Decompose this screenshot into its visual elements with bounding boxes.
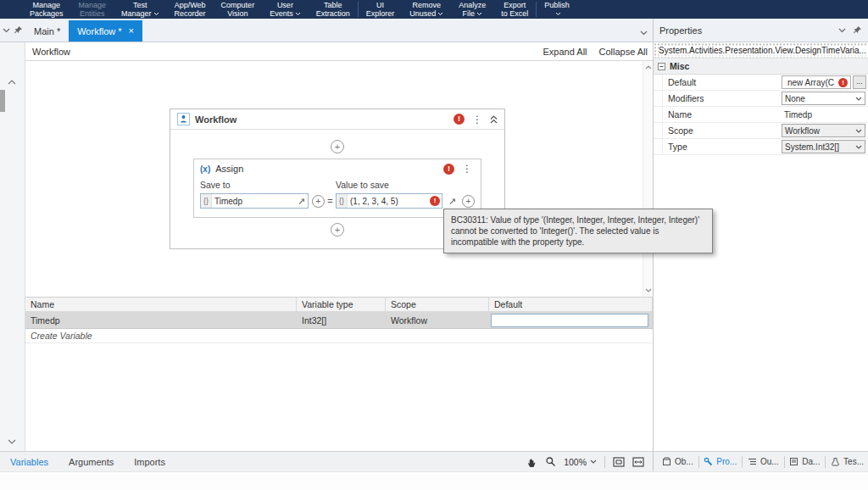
expression-braces-icon: {} (337, 194, 348, 208)
variable-default-cell (489, 314, 653, 327)
ribbon-item-remove-unused[interactable]: Remove Unused (402, 0, 451, 19)
collapse-all-button[interactable]: Collapse All (599, 47, 648, 57)
browse-button[interactable]: ... (853, 75, 866, 89)
scope-dropdown[interactable]: Workflow (782, 124, 865, 137)
designer-canvas[interactable]: Workflow ! ⋮ + (x) Assign ! ⋮ Save (25, 61, 643, 297)
scroll-down-icon[interactable] (645, 288, 652, 292)
modifiers-dropdown[interactable]: None (782, 92, 865, 105)
wrench-icon (704, 457, 713, 466)
activity-menu-icon[interactable]: ⋮ (459, 163, 475, 175)
tab-properties[interactable]: Pro... (698, 457, 742, 466)
zoom-level-dropdown[interactable]: 100% (564, 457, 597, 467)
ribbon-item-analyze-file[interactable]: Analyze File (451, 0, 493, 19)
column-header-default[interactable]: Default (489, 298, 653, 311)
property-row-scope: Scope Workflow (654, 123, 868, 139)
tab-data-manager[interactable]: Da... (784, 457, 825, 466)
document-tabstrip: Main * Workflow * × (0, 19, 653, 42)
tab-object-repository[interactable]: Ob... (657, 457, 698, 466)
default-value-input[interactable] (491, 314, 648, 327)
designer-bottom-bar: Variables Arguments Imports 100% (0, 451, 653, 471)
assign-header[interactable]: (x) Assign ! ⋮ (194, 159, 481, 178)
expression-braces-icon: {} (201, 194, 212, 208)
activity-menu-icon[interactable]: ⋮ (470, 114, 485, 125)
ribbon-item-manage-entities: Manage Entities (71, 0, 114, 19)
tab-arguments[interactable]: Arguments (58, 457, 124, 467)
type-dropdown[interactable]: System.Int32[] (782, 140, 865, 153)
column-header-variable-type[interactable]: Variable type (297, 298, 386, 311)
panel-title: Properties (659, 25, 832, 36)
chevron-down-icon[interactable] (838, 28, 846, 33)
open-expression-icon[interactable] (295, 197, 308, 206)
tab-overflow-chevron-icon[interactable] (640, 31, 648, 36)
ribbon-item-user-events[interactable]: User Events (262, 0, 309, 19)
equals-sign: = (325, 196, 336, 206)
create-variable-row[interactable]: Create Variable (25, 329, 653, 343)
value-to-save-input[interactable]: {} (1, 2, 3, 4, 5) ! (336, 193, 442, 209)
pin-icon[interactable] (853, 25, 862, 35)
chevron-down-icon (855, 129, 862, 133)
fit-width-icon[interactable] (632, 457, 644, 467)
scroll-up-icon[interactable] (8, 80, 16, 85)
table-row[interactable]: Timedp Int32[] Workflow (25, 312, 653, 329)
value-to-save-label: Value to save (336, 180, 475, 190)
property-row-modifiers: Modifiers None (654, 91, 868, 107)
tab-imports[interactable]: Imports (124, 457, 175, 467)
chevron-down-icon (476, 12, 482, 16)
fit-to-screen-icon[interactable] (613, 457, 625, 467)
tab-test-explorer[interactable]: Tes... (826, 457, 868, 466)
chevron-down-icon[interactable] (3, 28, 10, 33)
ribbon-item-export-to-excel[interactable]: Export to Excel (493, 0, 536, 19)
add-activity-button[interactable]: + (331, 223, 344, 237)
outline-list-icon (748, 457, 757, 466)
scroll-up-icon[interactable] (645, 65, 652, 70)
error-icon[interactable]: ! (443, 164, 454, 175)
close-icon[interactable]: × (129, 26, 134, 36)
assign-activity[interactable]: (x) Assign ! ⋮ Save to {} Timedp (193, 159, 481, 218)
ribbon-item-computer-vision[interactable]: Computer Vision (214, 0, 263, 19)
open-expression-icon[interactable] (446, 197, 459, 206)
tab-variables[interactable]: Variables (0, 457, 58, 467)
save-to-input[interactable]: {} Timedp (200, 193, 309, 209)
error-icon[interactable]: ! (453, 114, 465, 125)
variable-name-cell[interactable]: Timedp (25, 315, 297, 326)
section-misc[interactable]: − Misc (654, 58, 868, 75)
default-value-field[interactable]: new Array(C ! (782, 75, 851, 89)
chevron-down-icon (295, 12, 301, 16)
canvas-scrollbar[interactable] (643, 61, 653, 297)
scrollbar-thumb[interactable] (0, 90, 5, 112)
error-icon[interactable]: ! (430, 196, 440, 206)
ribbon-item-publish[interactable]: Publish (537, 0, 577, 19)
add-button[interactable]: + (312, 195, 325, 208)
ribbon-item-manage-packages[interactable]: Manage Packages (22, 0, 71, 19)
ribbon-item-app-web-recorder[interactable]: App/Web Recorder (167, 0, 214, 19)
pan-hand-icon[interactable] (526, 456, 537, 468)
divider (604, 456, 605, 468)
ribbon-item-table-extraction[interactable]: Table Extraction (309, 0, 358, 19)
breadcrumb[interactable]: Workflow (32, 47, 70, 57)
collapse-icon[interactable] (490, 115, 498, 124)
collapse-section-icon[interactable]: − (658, 63, 665, 70)
name-value-field[interactable]: Timedp (782, 110, 865, 120)
pin-icon[interactable] (14, 25, 23, 35)
tab-main[interactable]: Main * (25, 20, 69, 42)
column-header-scope[interactable]: Scope (386, 298, 489, 311)
selected-type-path: System.Activities.Presentation.View.Desi… (654, 42, 868, 58)
row-gutter (654, 123, 663, 138)
cube-icon (662, 457, 671, 466)
zoom-search-icon[interactable] (545, 456, 556, 467)
add-button[interactable]: + (462, 195, 475, 208)
tabstrip-left-tools (0, 19, 25, 42)
sequence-header[interactable]: Workflow ! ⋮ (170, 109, 504, 130)
tab-outline[interactable]: Ou... (743, 457, 784, 466)
scroll-down-icon[interactable] (8, 439, 16, 444)
column-header-name[interactable]: Name (25, 298, 297, 311)
chevron-down-icon (437, 12, 443, 16)
ribbon-item-ui-explorer[interactable]: UI Explorer (359, 0, 403, 19)
add-activity-button[interactable]: + (331, 140, 344, 153)
tab-workflow[interactable]: Workflow * × (69, 20, 142, 42)
error-icon[interactable]: ! (838, 78, 848, 87)
ribbon-item-test-manager[interactable]: Test Manager (114, 0, 167, 19)
variable-type-cell[interactable]: Int32[] (297, 315, 386, 326)
variable-scope-cell[interactable]: Workflow (386, 315, 489, 326)
expand-all-button[interactable]: Expand All (543, 47, 587, 57)
